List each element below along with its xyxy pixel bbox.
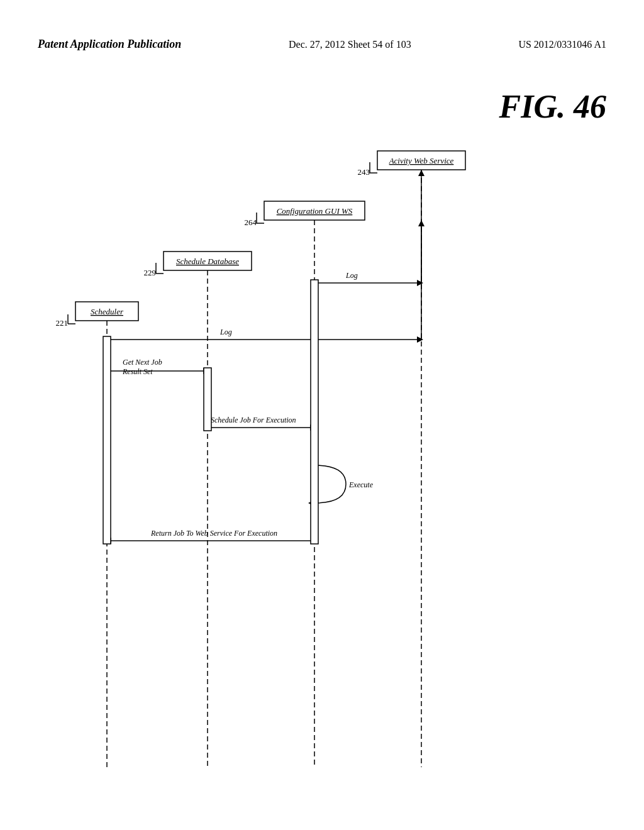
svg-text:Log: Log (219, 328, 232, 336)
svg-text:Schedule Job For Execution: Schedule Job For Execution (211, 416, 296, 424)
svg-rect-47 (311, 280, 318, 544)
svg-text:Result Set: Result Set (122, 367, 153, 376)
page-header: Patent Application Publication Dec. 27, … (0, 38, 644, 51)
publication-title: Patent Application Publication (38, 38, 181, 51)
svg-text:Scheduler: Scheduler (91, 307, 124, 316)
svg-text:221: 221 (56, 318, 69, 328)
svg-marker-37 (417, 336, 423, 343)
svg-text:Get Next Job: Get Next Job (123, 358, 162, 367)
svg-text:Schedule Database: Schedule Database (176, 257, 239, 266)
svg-text:243: 243 (358, 167, 370, 177)
svg-marker-42 (417, 280, 423, 286)
sequence-diagram: Scheduler 221 Schedule Database 229 Conf… (25, 101, 616, 792)
svg-rect-48 (204, 368, 211, 431)
svg-text:Configuration GUI WS: Configuration GUI WS (277, 206, 353, 216)
publication-number: US 2012/0331046 A1 (518, 39, 606, 50)
svg-text:Log: Log (345, 271, 358, 280)
svg-text:Execute: Execute (348, 480, 374, 489)
svg-text:264: 264 (245, 218, 257, 227)
svg-text:229: 229 (144, 268, 157, 277)
svg-marker-44 (418, 170, 425, 176)
svg-text:Return Job To Web Service For : Return Job To Web Service For Execution (150, 529, 277, 538)
svg-text:Acivity Web Service: Acivity Web Service (389, 156, 454, 165)
publication-date: Dec. 27, 2012 Sheet 54 of 103 (289, 39, 411, 50)
svg-rect-46 (103, 336, 111, 544)
